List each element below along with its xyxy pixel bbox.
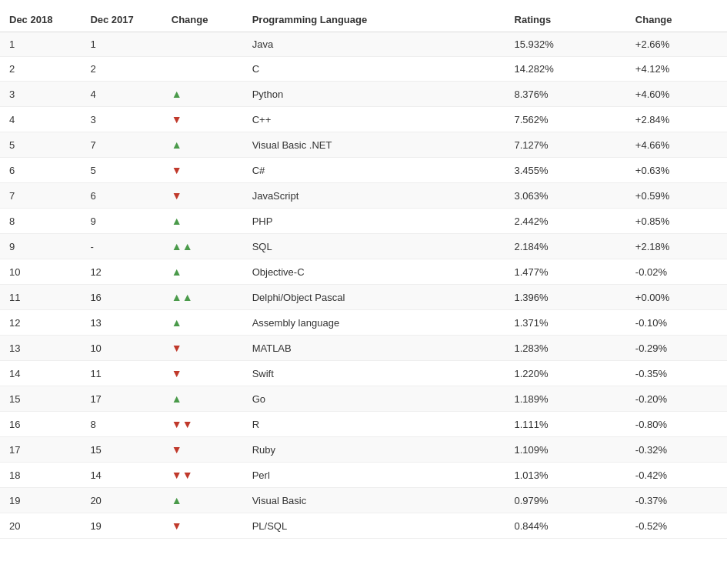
cell-ratings: 8.376%	[505, 82, 626, 107]
cell-language: C	[243, 57, 505, 82]
cell-ratings: 0.979%	[505, 488, 626, 513]
up-arrow-icon: ▲	[172, 266, 182, 278]
cell-dec2018: 12	[0, 310, 81, 336]
cell-change-arrow: ▼	[162, 513, 243, 539]
cell-change-value: -0.10%	[626, 310, 727, 336]
header-change: Change	[162, 8, 243, 32]
cell-dec2017: 3	[81, 107, 162, 132]
cell-change-value: +2.84%	[626, 107, 727, 132]
header-dec2018: Dec 2018	[0, 8, 81, 32]
cell-change-value: -0.20%	[626, 386, 727, 412]
table-row: 11Java15.932%+2.66%	[0, 32, 727, 57]
up-arrow-icon: ▲	[172, 494, 182, 506]
cell-language: Swift	[243, 361, 505, 386]
cell-ratings: 7.127%	[505, 132, 626, 158]
cell-change-value: +4.12%	[626, 57, 727, 82]
double-down-arrow-icon: ▼▼	[172, 469, 193, 481]
cell-change-value: -0.29%	[626, 336, 727, 361]
cell-dec2018: 10	[0, 259, 81, 285]
cell-dec2018: 7	[0, 183, 81, 209]
up-arrow-icon: ▲	[172, 215, 182, 227]
table-row: 1213▲Assembly language1.371%-0.10%	[0, 310, 727, 336]
cell-dec2018: 14	[0, 361, 81, 386]
cell-change-value: +0.85%	[626, 209, 727, 234]
down-arrow-icon: ▼	[172, 113, 182, 125]
up-arrow-icon: ▲	[172, 316, 182, 329]
cell-dec2017: 8	[81, 412, 162, 437]
cell-change-arrow: ▼▼	[162, 463, 243, 488]
cell-dec2017: 10	[81, 336, 162, 361]
header-ratings: Ratings	[505, 8, 626, 32]
cell-ratings: 1.396%	[505, 285, 626, 310]
cell-change-arrow: ▲	[162, 209, 243, 234]
down-arrow-icon: ▼	[172, 367, 182, 379]
cell-change-arrow: ▼	[162, 336, 243, 361]
table-row: 2019▼PL/SQL0.844%-0.52%	[0, 513, 727, 539]
cell-ratings: 3.455%	[505, 158, 626, 183]
cell-dec2017: 13	[81, 310, 162, 336]
cell-language: Ruby	[243, 437, 505, 463]
cell-dec2018: 17	[0, 437, 81, 463]
table-row: 1310▼MATLAB1.283%-0.29%	[0, 336, 727, 361]
cell-dec2017: 6	[81, 183, 162, 209]
cell-language: SQL	[243, 234, 505, 259]
cell-dec2017: 4	[81, 82, 162, 107]
cell-dec2018: 6	[0, 158, 81, 183]
table-row: 43▼C++7.562%+2.84%	[0, 107, 727, 132]
rankings-table: Dec 2018 Dec 2017 Change Programming Lan…	[0, 8, 727, 539]
cell-change-arrow: ▼	[162, 361, 243, 386]
cell-dec2017: 5	[81, 158, 162, 183]
cell-dec2017: 15	[81, 437, 162, 463]
cell-language: PHP	[243, 209, 505, 234]
cell-ratings: 1.109%	[505, 437, 626, 463]
cell-change-arrow: ▲▲	[162, 285, 243, 310]
down-arrow-icon: ▼	[172, 342, 182, 354]
cell-dec2018: 13	[0, 336, 81, 361]
cell-language: Visual Basic	[243, 488, 505, 513]
cell-change-arrow: ▲	[162, 488, 243, 513]
cell-change-arrow: ▲	[162, 82, 243, 107]
cell-ratings: 1.189%	[505, 386, 626, 412]
cell-dec2017: 20	[81, 488, 162, 513]
cell-dec2018: 18	[0, 463, 81, 488]
cell-language: PL/SQL	[243, 513, 505, 539]
cell-change-value: -0.42%	[626, 463, 727, 488]
cell-change-value: +0.59%	[626, 183, 727, 209]
cell-change-arrow: ▲	[162, 259, 243, 285]
cell-language: C#	[243, 158, 505, 183]
cell-dec2018: 16	[0, 412, 81, 437]
cell-change-arrow: ▼	[162, 183, 243, 209]
cell-language: MATLAB	[243, 336, 505, 361]
cell-change-value: -0.02%	[626, 259, 727, 285]
cell-change-arrow: ▲	[162, 132, 243, 158]
cell-change-arrow: ▼	[162, 158, 243, 183]
table-row: 1116▲▲Delphi/Object Pascal1.396%+0.00%	[0, 285, 727, 310]
cell-change-arrow: ▼	[162, 107, 243, 132]
cell-dec2017: 16	[81, 285, 162, 310]
down-arrow-icon: ▼	[172, 520, 182, 532]
table-row: 1012▲Objective-C1.477%-0.02%	[0, 259, 727, 285]
cell-dec2018: 15	[0, 386, 81, 412]
table-row: 34▲Python8.376%+4.60%	[0, 82, 727, 107]
cell-language: Objective-C	[243, 259, 505, 285]
cell-dec2017: 12	[81, 259, 162, 285]
table-row: 65▼C#3.455%+0.63%	[0, 158, 727, 183]
cell-language: Go	[243, 386, 505, 412]
table-header-row: Dec 2018 Dec 2017 Change Programming Lan…	[0, 8, 727, 32]
cell-ratings: 3.063%	[505, 183, 626, 209]
table-row: 168▼▼R1.111%-0.80%	[0, 412, 727, 437]
cell-dec2017: 11	[81, 361, 162, 386]
main-container: Dec 2018 Dec 2017 Change Programming Lan…	[0, 0, 727, 546]
cell-change-arrow: ▼	[162, 437, 243, 463]
cell-ratings: 2.184%	[505, 234, 626, 259]
header-change2: Change	[626, 8, 727, 32]
table-row: 1920▲Visual Basic0.979%-0.37%	[0, 488, 727, 513]
cell-language: Java	[243, 32, 505, 57]
cell-change-value: +0.63%	[626, 158, 727, 183]
cell-language: Perl	[243, 463, 505, 488]
cell-ratings: 1.371%	[505, 310, 626, 336]
table-row: 1814▼▼Perl1.013%-0.42%	[0, 463, 727, 488]
table-row: 89▲PHP2.442%+0.85%	[0, 209, 727, 234]
cell-change-arrow	[162, 57, 243, 82]
cell-change-value: -0.37%	[626, 488, 727, 513]
